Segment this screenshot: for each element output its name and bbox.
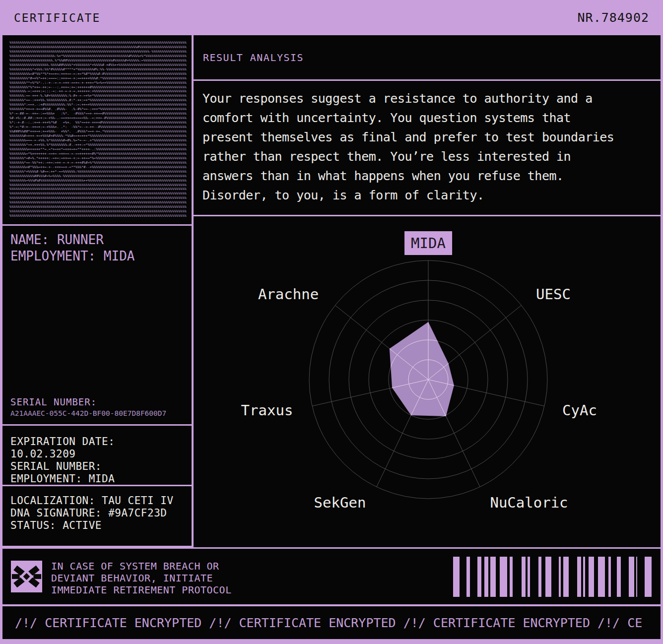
- footer-encrypted-text: /!/ CERTIFICATE ENCRYPTED /!/ CERTIFICAT…: [2, 616, 642, 630]
- certificate-number: NR.784902: [578, 10, 649, 25]
- warning-bar: IN CASE OF SYSTEM BREACH OR DEVIANT BEHA…: [2, 549, 661, 604]
- employment-line: EMPLOYMENT: MIDA: [10, 248, 184, 264]
- name-line: NAME: RUNNER: [10, 232, 184, 248]
- analysis-paragraph: Your responses suggest a resistance to a…: [202, 89, 652, 205]
- barcode-bar: [510, 557, 513, 597]
- page-title: CERTIFICATE: [14, 11, 100, 24]
- serial-number-value: A21AAAEC-055C-442D-BF00-80E7D8F600D7: [10, 409, 184, 417]
- header: CERTIFICATE NR.784902: [0, 0, 663, 35]
- barcode-bar: [608, 557, 611, 597]
- analysis-header-panel: RESULT ANALYSIS: [194, 35, 661, 79]
- barcode-bar: [645, 557, 652, 597]
- analysis-paragraph-panel: Your responses suggest a resistance to a…: [194, 81, 661, 215]
- barcode-bar: [538, 557, 541, 597]
- barcode-bar: [477, 557, 481, 597]
- dna-signature-line: DNA SIGNATURE: #9A7CF23D: [10, 507, 184, 519]
- serial-number-label: SERIAL NUMBER:: [10, 396, 184, 407]
- radar-label-sekgen: SekGen: [314, 494, 366, 511]
- barcode-bar: [559, 557, 561, 597]
- barcode-bar: [500, 557, 507, 597]
- retirement-protocol-icon: [11, 561, 42, 592]
- radar-panel: MIDAUESCCyAcNuCaloricSekGenTraxusArachne: [194, 216, 661, 547]
- radar-label-mida: MIDA: [404, 231, 452, 255]
- radar-label-traxus: Traxus: [241, 402, 293, 419]
- barcode-bar: [577, 557, 581, 597]
- warning-line-2: DEVIANT BEHAVIOR, INITIATE: [51, 572, 232, 584]
- certificate-page: CERTIFICATE NR.784902 %%%%%%%%%%%%%%%%%%…: [0, 0, 663, 644]
- portrait-panel: %%%%%%%%%%%%%%%%%%%%%%%%%%%%%%%%%%%%%%%%…: [2, 35, 192, 224]
- barcode: [453, 557, 653, 597]
- barcode-bar: [484, 557, 488, 597]
- barcode-bar: [563, 557, 569, 597]
- barcode-bar: [583, 557, 585, 597]
- localization-panel: LOCALIZATION: TAU CETI IV DNA SIGNATURE:…: [2, 486, 192, 546]
- bottom-strip: [0, 639, 663, 644]
- employment-line-2: EMPLOYMENT: MIDA: [10, 473, 184, 485]
- status-line: STATUS: ACTIVE: [10, 519, 184, 532]
- radar-label-cyac: CyAc: [562, 402, 597, 419]
- ascii-portrait: %%%%%%%%%%%%%%%%%%%%%%%%%%%%%%%%%%%%%%%%…: [9, 41, 187, 219]
- warning-line-1: IN CASE OF SYSTEM BREACH OR: [51, 560, 232, 572]
- radar-label-arachne: Arachne: [258, 286, 319, 303]
- barcode-bar: [490, 557, 496, 597]
- radar-label-nucaloric: NuCaloric: [490, 494, 568, 511]
- barcode-bar: [589, 557, 594, 597]
- expiration-panel: EXPIRATION DATE: 10.02.3209 SERIAL NUMBE…: [2, 426, 192, 485]
- radar-label-uesc: UESC: [536, 286, 571, 303]
- localization-line: LOCALIZATION: TAU CETI IV: [10, 495, 184, 507]
- identity-panel: NAME: RUNNER EMPLOYMENT: MIDA SERIAL NUM…: [2, 226, 192, 424]
- analysis-title: RESULT ANALYSIS: [203, 52, 304, 64]
- barcode-bar: [466, 557, 470, 597]
- footer: /!/ CERTIFICATE ENCRYPTED /!/ CERTIFICAT…: [2, 606, 661, 639]
- barcode-bar: [522, 557, 526, 597]
- barcode-bar: [617, 557, 621, 597]
- radar-data-polygon: [390, 322, 454, 416]
- barcode-bar: [545, 557, 551, 597]
- barcode-bar: [629, 557, 634, 597]
- expiration-date-line: EXPIRATION DATE: 10.02.3209: [10, 436, 184, 460]
- radar-chart: [194, 216, 661, 547]
- barcode-bar: [528, 557, 530, 597]
- barcode-bar: [598, 557, 605, 597]
- serial-number-line: SERIAL NUMBER:: [10, 460, 184, 473]
- barcode-bar: [453, 557, 460, 597]
- asterisk-glyph-icon: [11, 561, 42, 592]
- barcode-bar: [636, 557, 637, 597]
- warning-line-3: IMMEDIATE RETIREMENT PROTOCOL: [51, 584, 232, 596]
